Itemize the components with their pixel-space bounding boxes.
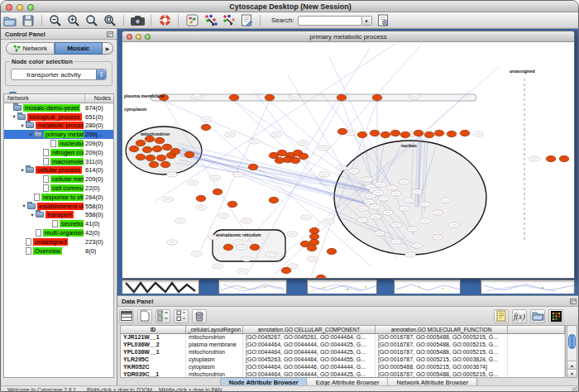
table-cell: YLR295C bbox=[121, 356, 186, 364]
tree-row[interactable]: ▼biological_process651(0) bbox=[4, 112, 113, 122]
snapshot-icon[interactable] bbox=[131, 14, 145, 27]
tree-row[interactable]: macromolecule311(0) bbox=[4, 157, 113, 166]
scroll-up-icon[interactable]: ▲ bbox=[567, 361, 577, 369]
attribute-matrix-icon[interactable] bbox=[548, 309, 563, 323]
tree-row[interactable]: nucleobase-209(0) bbox=[4, 139, 113, 148]
search-label: Search: bbox=[271, 17, 294, 24]
search-input[interactable] bbox=[298, 16, 362, 26]
expand-arrow-icon[interactable]: ▼ bbox=[11, 114, 17, 119]
tree-row[interactable]: mosaic-demo-yeast874(0) bbox=[4, 103, 113, 112]
column-header-cellular-component[interactable]: annotation.GO CELLULAR_COMPONENT bbox=[243, 326, 376, 334]
tree-row-node-count: 264(0) bbox=[84, 194, 113, 201]
zoom-selected-icon[interactable] bbox=[85, 14, 99, 27]
select-attributes-icon[interactable] bbox=[156, 309, 170, 323]
create-view-icon[interactable] bbox=[185, 14, 199, 27]
expand-arrow-icon[interactable]: ▼ bbox=[21, 203, 27, 208]
tree-row[interactable]: unassigned223(0) bbox=[4, 237, 113, 246]
network-canvas[interactable]: plasma membrane cytoplasm unassigned mit… bbox=[122, 42, 574, 279]
column-header-id[interactable]: ID bbox=[121, 326, 186, 334]
tree-row-node-count: 280(0) bbox=[84, 122, 113, 129]
node-color-dropdown[interactable]: transporter activity ▲▼ bbox=[11, 69, 107, 80]
layout-network-icon[interactable] bbox=[203, 14, 218, 27]
tree-row[interactable]: multi-organism pro42(0) bbox=[4, 228, 113, 237]
help-icon[interactable] bbox=[158, 14, 172, 27]
window-titlebar[interactable]: Cytoscape Desktop (New Session) bbox=[1, 1, 579, 12]
column-header-region[interactable]: _cellularLayoutRegion bbox=[186, 326, 243, 334]
layout-settings-icon[interactable] bbox=[222, 14, 236, 27]
column-header-molecular-function[interactable]: annotation.GO MOLECULAR_FUNCTION bbox=[376, 326, 508, 334]
background-frame-3[interactable] bbox=[307, 280, 377, 294]
tree-row-label: secretion bbox=[60, 220, 84, 227]
unselect-attributes-icon[interactable] bbox=[174, 309, 189, 323]
tree-column-network[interactable]: Network bbox=[4, 94, 85, 103]
resize-grip[interactable] bbox=[572, 387, 579, 392]
background-frame-1[interactable] bbox=[122, 280, 199, 294]
table-row[interactable]: YPL036W__2plasma membrane[GO:0044464, GO… bbox=[121, 342, 565, 349]
new-attribute-icon[interactable] bbox=[137, 309, 152, 323]
zoom-fit-icon[interactable] bbox=[103, 14, 117, 27]
tree-row-label: transport bbox=[45, 211, 74, 218]
search-dropdown-icon[interactable]: ▼ bbox=[362, 16, 372, 26]
table-row[interactable]: YPL036W__1mitochondrion[GO:0044464, GO:0… bbox=[121, 349, 565, 356]
folder-icon bbox=[36, 212, 44, 218]
annotation-icon[interactable] bbox=[240, 14, 254, 27]
folder-icon bbox=[26, 122, 34, 128]
search-configure-icon[interactable] bbox=[376, 14, 390, 27]
table-row[interactable]: YLR295Ccytoplasm[GO:0045263, GO:0044464,… bbox=[121, 356, 565, 364]
network-view-frame[interactable]: primary metabolic process plasma membran… bbox=[122, 31, 575, 279]
table-row[interactable]: YKR052Ccytoplasm[GO:0044464, GO:0044446,… bbox=[121, 364, 565, 371]
tree-column-nodes[interactable]: Nodes bbox=[85, 94, 113, 103]
tree-row-label: biological_process bbox=[27, 113, 82, 121]
tree-row[interactable]: cell communicat22(0) bbox=[4, 184, 113, 193]
table-cell: cytoplasm bbox=[186, 364, 243, 371]
tab-mosaic[interactable]: Mosaic bbox=[55, 42, 103, 55]
table-scrollbar[interactable]: ▲ ▼ bbox=[567, 325, 577, 378]
tab-overflow-button[interactable]: ▶ bbox=[103, 42, 113, 55]
control-panel: Control Panel Network Mosaic ▶ Node colo… bbox=[1, 29, 117, 385]
network-frame-titlebar[interactable]: primary metabolic process bbox=[122, 31, 574, 42]
scrollbar-thumb[interactable] bbox=[568, 334, 576, 349]
float-panel-icon[interactable] bbox=[107, 31, 113, 37]
tree-row-label: multi-organism pro bbox=[43, 229, 84, 237]
background-frame-5[interactable] bbox=[481, 280, 575, 294]
folder-icon bbox=[13, 105, 22, 111]
tree-row-node-count: 651(0) bbox=[84, 113, 113, 121]
zoom-in-icon[interactable] bbox=[67, 14, 81, 27]
background-frame-2[interactable] bbox=[218, 280, 287, 294]
open-icon[interactable] bbox=[3, 14, 17, 27]
attribute-table-icon[interactable] bbox=[119, 309, 134, 323]
function-builder-icon[interactable]: f(x) bbox=[512, 309, 527, 323]
save-icon[interactable] bbox=[22, 14, 36, 27]
file-icon bbox=[26, 247, 31, 255]
zoom-out-icon[interactable] bbox=[49, 14, 63, 27]
background-frame-4[interactable] bbox=[394, 280, 461, 294]
tree-row[interactable]: Overview8(0) bbox=[4, 246, 113, 256]
notes-icon[interactable] bbox=[494, 309, 509, 323]
tree-row[interactable]: ▼transport558(0) bbox=[4, 211, 113, 220]
tree-row[interactable]: cellular metabo209(0) bbox=[4, 174, 113, 184]
tree-row-node-count: 311(0) bbox=[84, 158, 113, 165]
expand-arrow-icon[interactable]: ▼ bbox=[27, 132, 34, 137]
table-cell: [GO:0044464, GO:0044444, GO:0044425, G..… bbox=[243, 342, 376, 349]
expand-arrow-icon[interactable]: ▼ bbox=[29, 213, 36, 218]
tree-row[interactable]: ▼metabolic process280(0) bbox=[4, 122, 113, 131]
table-row[interactable]: YJR121W__1mitochondrion[GO:0045267, GO:0… bbox=[121, 334, 565, 342]
import-attributes-icon[interactable] bbox=[530, 309, 545, 323]
expand-arrow-icon[interactable]: ▼ bbox=[19, 123, 26, 128]
tree-row[interactable]: response to stimulu264(0) bbox=[4, 193, 113, 202]
delete-attribute-icon[interactable] bbox=[192, 309, 207, 323]
expand-arrow-icon[interactable]: ▼ bbox=[19, 168, 26, 173]
float-data-panel-icon[interactable] bbox=[570, 299, 577, 304]
tree-row[interactable]: ▼primary metabo209(... bbox=[4, 130, 113, 139]
tree-row[interactable]: ▼establishment of lo558(0) bbox=[4, 202, 113, 211]
table-cell-stub bbox=[508, 364, 565, 371]
node-color-selection-label: Node color selection bbox=[10, 58, 74, 65]
tree-row[interactable]: nitrogen compo209(0) bbox=[4, 148, 113, 157]
scroll-down-icon[interactable]: ▼ bbox=[567, 369, 577, 377]
tree-row[interactable]: secretion41(0) bbox=[4, 219, 113, 228]
tree-row-node-count: 209(0) bbox=[84, 149, 113, 156]
tree-row-label: Overview bbox=[33, 247, 62, 255]
tree-row-label: macromolecule bbox=[50, 158, 84, 165]
tab-network[interactable]: Network bbox=[6, 42, 55, 55]
tree-row[interactable]: ▼cellular process614(0) bbox=[4, 166, 113, 175]
